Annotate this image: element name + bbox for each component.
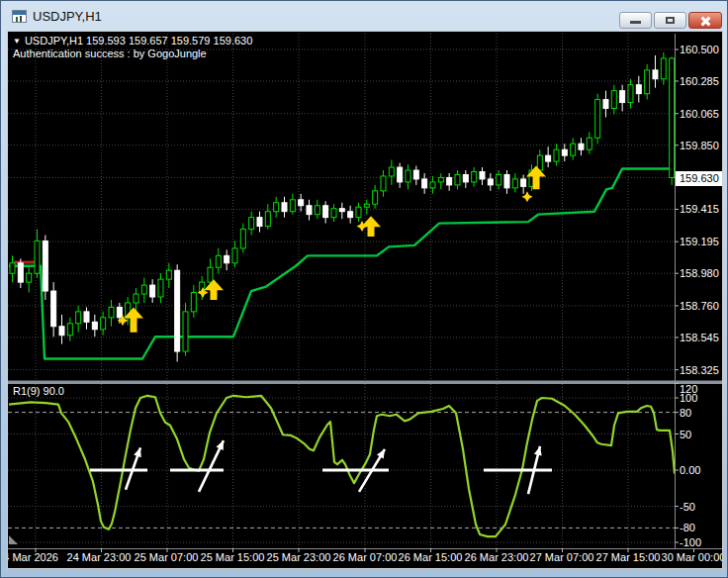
time-axis[interactable]: 24 Mar 202624 Mar 23:0025 Mar 07:0025 Ma… — [7, 548, 723, 563]
svg-text:27 Mar 07:00: 27 Mar 07:00 — [530, 551, 594, 563]
chart-canvas[interactable]: 160.500160.285160.065159.850159.630159.4… — [7, 31, 723, 569]
svg-text:160.500: 160.500 — [680, 44, 719, 55]
oscillator-axis[interactable]: 12010080500.00-50-80-100 — [675, 383, 701, 548]
svg-text:80: 80 — [680, 407, 691, 419]
oscillator-line — [9, 396, 675, 536]
minimize-icon — [630, 21, 641, 24]
svg-text:159.850: 159.850 — [680, 140, 719, 151]
maximize-icon — [666, 17, 675, 24]
oscillator-signals — [90, 440, 552, 494]
svg-text:159.415: 159.415 — [680, 203, 719, 215]
subwindow-resize-grip[interactable] — [9, 535, 18, 544]
svg-text:26 Mar 23:00: 26 Mar 23:00 — [465, 551, 529, 563]
svg-text:160.065: 160.065 — [680, 108, 719, 120]
up-arrow-icon — [204, 279, 224, 300]
maximize-button[interactable] — [654, 12, 686, 29]
svg-text:30 Mar 00:00: 30 Mar 00:00 — [662, 551, 723, 563]
svg-text:-50: -50 — [680, 501, 695, 513]
mt4-chart-window: USDJPY,H1 160.500160.285160.065159.85015… — [0, 0, 728, 578]
svg-text:26 Mar 07:00: 26 Mar 07:00 — [333, 551, 398, 563]
chart-window-icon — [12, 10, 27, 23]
svg-text:26 Mar 15:00: 26 Mar 15:00 — [399, 551, 463, 563]
svg-text:50: 50 — [680, 429, 691, 440]
window-title: USDJPY,H1 — [33, 9, 102, 24]
minimize-button[interactable] — [619, 12, 652, 29]
indicator-label: R1(9) 90.0 — [13, 385, 64, 397]
svg-text:24 Mar 23:00: 24 Mar 23:00 — [67, 551, 132, 563]
svg-text:100: 100 — [680, 392, 697, 404]
svg-text:158.325: 158.325 — [680, 364, 719, 376]
svg-text:25 Mar 07:00: 25 Mar 07:00 — [135, 551, 199, 563]
svg-text:158.545: 158.545 — [680, 332, 719, 343]
svg-text:160.285: 160.285 — [680, 75, 719, 87]
svg-text:0.00: 0.00 — [680, 464, 700, 476]
svg-text:-100: -100 — [680, 536, 701, 548]
close-button[interactable] — [688, 12, 722, 29]
current-price-tag: 159.630 — [676, 171, 723, 186]
chevron-down-icon: ▼ — [13, 37, 21, 46]
chart-ohlc-header: ▼USDJPY,H1 159.593 159.657 159.579 159.6… — [13, 35, 252, 47]
candles — [10, 52, 675, 362]
chart-client-area: 160.500160.285160.065159.850159.630159.4… — [7, 31, 723, 569]
svg-text:158.980: 158.980 — [680, 267, 719, 279]
price-axis[interactable]: 160.500160.285160.065159.850159.630159.4… — [675, 44, 719, 376]
pane-separator — [8, 381, 723, 385]
svg-text:24 Mar 2026: 24 Mar 2026 — [7, 551, 58, 563]
buy-signal-arrows — [118, 166, 547, 333]
title-bar[interactable]: USDJPY,H1 — [1, 1, 727, 31]
svg-text:25 Mar 15:00: 25 Mar 15:00 — [201, 551, 265, 563]
svg-text:27 Mar 15:00: 27 Mar 15:00 — [596, 551, 661, 563]
svg-text:25 Mar 23:00: 25 Mar 23:00 — [267, 551, 331, 563]
svg-text:-80: -80 — [680, 522, 695, 533]
trend-line — [9, 169, 675, 359]
auth-status-text: Authentication success : by GogoJungle — [13, 48, 207, 59]
svg-text:159.195: 159.195 — [680, 236, 719, 247]
svg-text:158.760: 158.760 — [680, 300, 719, 312]
